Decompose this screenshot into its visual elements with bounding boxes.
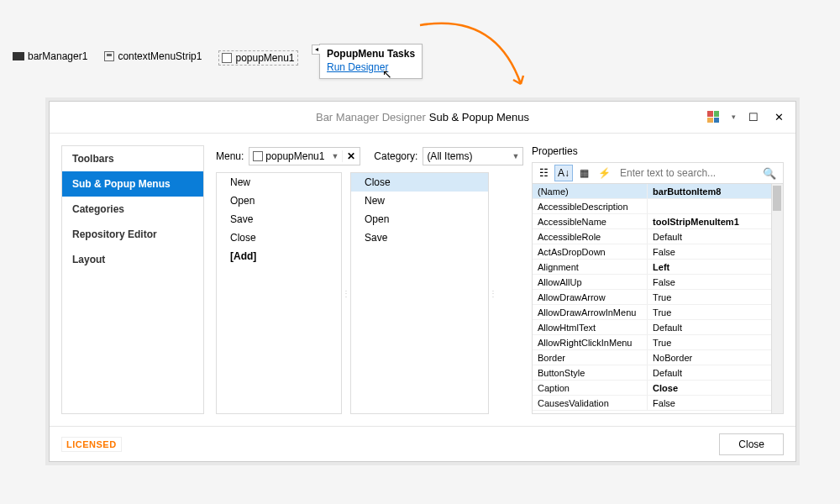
sidebar-item-sub-popup[interactable]: Sub & Popup Menus	[62, 171, 203, 197]
property-value[interactable]: False	[648, 398, 783, 408]
clear-menu-button[interactable]: ✕	[342, 150, 360, 162]
events-button[interactable]: ⚡	[595, 165, 613, 181]
close-window-button[interactable]: ✕	[769, 107, 789, 127]
scrollbar[interactable]	[771, 184, 783, 413]
splitter-grip[interactable]: ⋮	[489, 172, 497, 414]
dialog-body: Toolbars Sub & Popup Menus Categories Re…	[50, 134, 795, 426]
property-key: AccessibleRole	[533, 229, 648, 244]
property-value[interactable]: False	[648, 247, 783, 257]
property-row[interactable]: AccessibleRoleDefault	[533, 229, 783, 244]
list-item[interactable]: Save	[351, 228, 488, 247]
splitter-grip[interactable]: ⋮	[342, 172, 350, 414]
tray-bar-manager[interactable]: barManager1	[13, 50, 87, 62]
properties-toolbar: ☷ A↓ ▦ ⚡ 🔍	[532, 162, 784, 184]
sidebar-item-toolbars[interactable]: Toolbars	[62, 146, 203, 171]
dialog-titlebar: Bar Manager Designer Sub & Popup Menus ▾…	[50, 102, 795, 134]
property-value[interactable]: barButtonItem8	[648, 186, 783, 197]
property-value[interactable]: Close	[648, 383, 783, 393]
property-value[interactable]: Default	[648, 368, 783, 378]
property-row[interactable]: AllowHtmlTextDefault	[533, 320, 783, 335]
add-item[interactable]: [Add]	[217, 247, 341, 265]
run-designer-link[interactable]: Run Designer	[327, 61, 388, 73]
property-key: AllowAllUp	[533, 275, 648, 289]
property-value[interactable]: Default	[648, 232, 783, 242]
menu-combo-value: popupMenu1	[265, 150, 324, 162]
property-grid[interactable]: (Name)barButtonItem8AccessibleDescriptio…	[532, 184, 784, 414]
property-value[interactable]: Left	[648, 262, 783, 272]
property-row[interactable]: ActAsDropDownFalse	[533, 244, 783, 260]
title-prefix: Bar Manager Designer	[316, 111, 426, 123]
property-row[interactable]: AccessibleNametoolStripMenuItem1	[533, 214, 783, 229]
property-key: CausesValidation	[533, 396, 648, 410]
sidebar-item-categories[interactable]: Categories	[62, 197, 203, 222]
property-search-input[interactable]	[615, 167, 756, 179]
list-item[interactable]: Close	[351, 173, 488, 192]
context-menu-icon	[104, 51, 114, 61]
property-row[interactable]: AllowAllUpFalse	[533, 275, 783, 290]
property-row[interactable]: ButtonStyleDefault	[533, 365, 783, 381]
property-pages-button[interactable]: ▦	[575, 165, 593, 181]
property-row[interactable]: AllowDrawArrowInMenuTrue	[533, 305, 783, 320]
property-value[interactable]: NoBorder	[648, 353, 783, 363]
tray-label: contextMenuStrip1	[118, 50, 202, 62]
smart-tag-panel: ◂ PopupMenu Tasks Run Designer	[319, 44, 423, 79]
list-item[interactable]: New	[351, 192, 488, 210]
property-key: AccessibleName	[533, 214, 648, 228]
scrollbar-thumb[interactable]	[773, 186, 781, 211]
property-row[interactable]: AllowRightClickInMenuTrue	[533, 335, 783, 350]
property-row[interactable]: CausesValidationFalse	[533, 396, 783, 411]
component-tray: barManager1 contextMenuStrip1 popupMenu1	[13, 50, 298, 66]
property-row[interactable]: AllowDrawArrowTrue	[533, 290, 783, 305]
property-value[interactable]: toolStripMenuItem1	[648, 217, 783, 227]
menu-items-list[interactable]: Close New Open Save	[350, 172, 489, 414]
property-value[interactable]: False	[648, 277, 783, 287]
sidebar-item-layout[interactable]: Layout	[62, 247, 203, 272]
categorized-button[interactable]: ☷	[534, 165, 553, 181]
category-label: Category:	[374, 150, 417, 162]
property-row[interactable]: BorderNoBorder	[533, 350, 783, 365]
chevron-down-icon[interactable]: ▼	[508, 152, 522, 160]
list-item[interactable]: Save	[217, 210, 341, 228]
tray-label: barManager1	[28, 50, 87, 62]
property-value[interactable]: True	[648, 338, 783, 348]
property-key: AllowRightClickInMenu	[533, 335, 648, 349]
category-combo[interactable]: (All Items) ▼	[423, 147, 523, 165]
property-key: Caption	[533, 381, 648, 395]
chevron-down-icon[interactable]: ▼	[328, 152, 342, 160]
lists-area: New Open Save Close [Add] ⋮ Close New Op…	[216, 172, 520, 414]
alphabetical-button[interactable]: A↓	[554, 165, 573, 181]
list-item[interactable]: Open	[351, 210, 488, 228]
designer-dialog: Bar Manager Designer Sub & Popup Menus ▾…	[49, 101, 796, 462]
list-item[interactable]: New	[217, 173, 341, 192]
property-key: AllowDrawArrow	[533, 290, 648, 304]
properties-panel: Properties ☷ A↓ ▦ ⚡ 🔍 (Name)barButtonIte…	[532, 145, 784, 414]
property-value[interactable]: True	[648, 307, 783, 318]
maximize-button[interactable]: ☐	[743, 107, 764, 127]
menu-combo[interactable]: popupMenu1 ▼ ✕	[249, 147, 360, 165]
tray-label: popupMenu1	[235, 52, 294, 64]
property-row[interactable]: CaptionClose	[533, 381, 783, 396]
list-item[interactable]: Close	[217, 228, 341, 247]
property-row[interactable]: (Name)barButtonItem8	[533, 184, 783, 199]
tray-context-menu[interactable]: contextMenuStrip1	[104, 50, 202, 62]
property-value[interactable]: Default	[648, 323, 783, 333]
close-button[interactable]: Close	[719, 433, 784, 455]
tray-popup-menu[interactable]: popupMenu1	[218, 50, 297, 66]
list-item[interactable]: Open	[217, 192, 341, 210]
property-value[interactable]: True	[648, 292, 783, 302]
smart-tag-glyph-icon[interactable]: ◂	[312, 45, 320, 55]
sidebar: Toolbars Sub & Popup Menus Categories Re…	[61, 145, 204, 414]
property-row[interactable]: AlignmentLeft	[533, 260, 783, 275]
center-toolbar: Menu: popupMenu1 ▼ ✕ Category: (All Item…	[216, 145, 520, 167]
property-key: (Name)	[533, 184, 648, 198]
title-suffix: Sub & Popup Menus	[429, 111, 529, 123]
search-icon: 🔍	[758, 167, 781, 180]
property-key: ButtonStyle	[533, 365, 648, 380]
skin-dropdown-icon[interactable]: ▾	[728, 107, 738, 127]
property-row[interactable]: AccessibleDescription	[533, 199, 783, 214]
available-items-list[interactable]: New Open Save Close [Add]	[216, 172, 342, 414]
category-combo-value: (All Items)	[423, 150, 475, 162]
center-panel: Menu: popupMenu1 ▼ ✕ Category: (All Item…	[216, 145, 520, 414]
sidebar-item-repository[interactable]: Repository Editor	[62, 222, 203, 247]
skin-picker-button[interactable]	[703, 107, 723, 127]
